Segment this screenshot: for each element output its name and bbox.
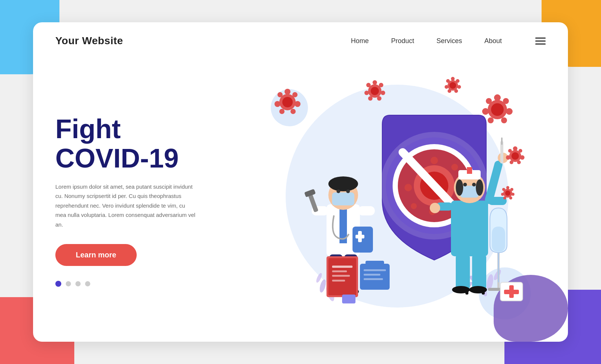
svg-point-63: [430, 203, 440, 213]
svg-point-95: [381, 91, 385, 95]
svg-rect-67: [332, 270, 347, 272]
svg-point-130: [456, 79, 459, 83]
svg-point-90: [277, 92, 283, 97]
svg-point-86: [295, 101, 300, 107]
dot-3[interactable]: [75, 281, 81, 286]
svg-point-92: [371, 87, 379, 95]
hero-title: Fight COVID-19: [55, 114, 204, 173]
svg-point-113: [520, 155, 524, 160]
hamburger-line-1: [535, 38, 546, 39]
svg-point-14: [431, 157, 438, 164]
svg-point-110: [511, 152, 519, 160]
dot-4[interactable]: [85, 281, 90, 286]
dot-2[interactable]: [66, 281, 71, 286]
svg-rect-73: [364, 274, 380, 276]
nav-home[interactable]: Home: [351, 37, 369, 45]
svg-point-134: [445, 85, 448, 89]
svg-point-117: [508, 149, 512, 153]
svg-point-101: [491, 103, 504, 116]
svg-point-128: [449, 82, 456, 89]
svg-point-93: [373, 80, 377, 85]
right-panel: [226, 59, 568, 342]
svg-point-54: [472, 183, 476, 186]
svg-point-5: [319, 279, 327, 293]
svg-rect-39: [355, 235, 364, 238]
dot-1[interactable]: [55, 281, 61, 287]
svg-rect-61: [465, 288, 468, 295]
svg-rect-70: [360, 264, 390, 290]
svg-point-53: [463, 183, 467, 186]
virus-tc: [364, 80, 385, 101]
svg-rect-30: [332, 192, 354, 205]
svg-point-129: [451, 77, 455, 81]
svg-point-94: [379, 83, 383, 87]
svg-point-83: [282, 97, 293, 107]
svg-point-133: [448, 89, 451, 93]
svg-rect-58: [472, 254, 486, 290]
svg-point-19: [411, 203, 417, 209]
nav-product[interactable]: Product: [391, 37, 414, 45]
svg-point-106: [488, 117, 494, 123]
svg-point-97: [368, 96, 373, 101]
svg-rect-62: [482, 288, 485, 295]
svg-point-103: [503, 98, 509, 104]
svg-point-107: [482, 108, 489, 115]
svg-point-84: [285, 89, 290, 95]
svg-point-20: [405, 184, 412, 191]
svg-point-115: [510, 160, 513, 164]
svg-rect-68: [332, 275, 350, 277]
svg-rect-66: [332, 266, 353, 268]
virus-tr-small: [445, 77, 461, 93]
nav-about[interactable]: About: [484, 37, 502, 45]
svg-rect-71: [366, 261, 384, 267]
logo: Your Website: [55, 35, 123, 47]
svg-point-29: [328, 176, 358, 191]
svg-rect-57: [456, 254, 470, 290]
main-illustration: [267, 74, 527, 327]
svg-point-119: [505, 191, 510, 196]
svg-point-125: [501, 193, 504, 196]
svg-point-116: [506, 155, 510, 160]
hamburger-line-3: [535, 43, 546, 45]
svg-point-15: [451, 164, 458, 170]
svg-point-99: [366, 83, 371, 87]
hero-title-line1: Fight: [55, 114, 121, 144]
svg-rect-72: [364, 269, 386, 271]
svg-point-56: [476, 179, 483, 196]
svg-point-98: [364, 91, 369, 95]
svg-point-124: [503, 196, 506, 199]
hamburger-menu[interactable]: [535, 38, 546, 45]
svg-point-123: [509, 196, 512, 199]
svg-point-122: [511, 193, 514, 196]
svg-point-96: [377, 96, 381, 101]
hero-title-line2: COVID-19: [55, 143, 179, 173]
svg-rect-76: [342, 295, 355, 303]
header: Your Website Home Product Services About: [33, 22, 568, 59]
svg-point-131: [457, 85, 461, 89]
learn-more-button[interactable]: Learn more: [55, 244, 137, 266]
svg-rect-27: [358, 206, 375, 215]
svg-point-111: [513, 146, 517, 151]
iv-drip: [488, 208, 523, 301]
svg-point-105: [501, 117, 507, 123]
svg-rect-42: [451, 201, 488, 256]
svg-rect-74: [364, 278, 383, 280]
virus-tr-large: [482, 94, 513, 123]
hero-description: Lorem ipsum dolor sit amet, sea putant s…: [55, 182, 196, 230]
main-card: Your Website Home Product Services About…: [33, 22, 568, 342]
hamburger-line-2: [535, 40, 546, 42]
svg-point-120: [506, 186, 509, 189]
carousel-dots: [55, 281, 204, 287]
nav-services[interactable]: Services: [436, 37, 462, 45]
svg-point-102: [494, 94, 501, 101]
svg-point-85: [292, 92, 298, 97]
svg-point-88: [279, 109, 285, 114]
medical-kit: [327, 256, 390, 303]
svg-rect-51: [467, 167, 472, 174]
svg-point-32: [346, 189, 350, 193]
svg-rect-48: [501, 137, 503, 145]
svg-point-89: [274, 101, 280, 107]
svg-point-121: [510, 188, 513, 191]
svg-point-132: [454, 89, 458, 93]
svg-rect-81: [504, 290, 519, 294]
